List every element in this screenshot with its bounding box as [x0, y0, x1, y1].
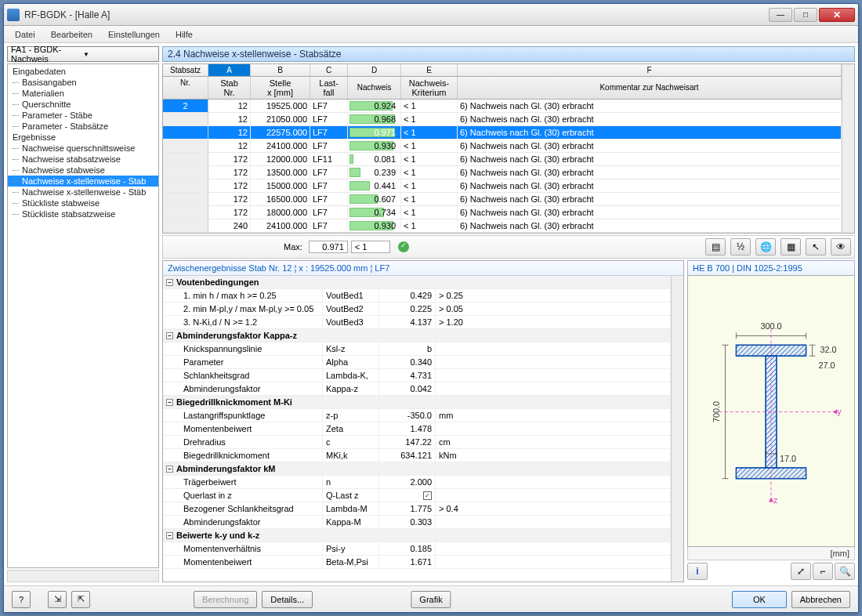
- max-kriterium: < 1: [351, 241, 390, 253]
- abbrechen-button[interactable]: Abbrechen: [791, 591, 850, 608]
- ok-button[interactable]: OK: [732, 591, 787, 608]
- toolbar-btn-3[interactable]: 🌐: [755, 238, 776, 255]
- menu-datei[interactable]: Datei: [9, 28, 42, 41]
- details-row: MomentenbeiwertZeta1.478: [163, 422, 671, 436]
- col-header-f[interactable]: F: [458, 64, 842, 76]
- table-body: 21219525.000LF70.924< 16) Nachweis nach …: [163, 100, 842, 233]
- view-axis-button[interactable]: ⌐: [813, 563, 833, 580]
- tree-item[interactable]: Nachweise x-stellenweise - Stab: [8, 176, 158, 187]
- tree-group[interactable]: Eingabedaten: [8, 66, 158, 77]
- col-header-c[interactable]: C: [310, 64, 348, 76]
- menu-bearbeiten[interactable]: Bearbeiten: [45, 28, 99, 41]
- svg-text:300.0: 300.0: [760, 321, 781, 331]
- sidebar-scrollbar[interactable]: [7, 570, 159, 582]
- minimize-button[interactable]: —: [769, 8, 792, 22]
- toolbar-btn-1[interactable]: ▤: [705, 238, 726, 255]
- menu-hilfe[interactable]: Hilfe: [169, 28, 199, 41]
- details-row: Lastangriffspunktlagez-p-350.0mm: [163, 409, 671, 422]
- table-row[interactable]: 17212000.000LF110.081< 16) Nachweis nach…: [163, 153, 842, 166]
- maximize-button[interactable]: □: [794, 8, 817, 22]
- col-header-stab[interactable]: Stabsatz: [163, 64, 208, 76]
- details-row: Drehradiusc147.22cm: [163, 436, 671, 449]
- svg-text:32.0: 32.0: [820, 345, 836, 354]
- table-scrollbar[interactable]: [842, 64, 854, 233]
- table-row[interactable]: 17216500.000LF70.607< 16) Nachweis nach …: [163, 193, 842, 206]
- view-xy-button[interactable]: ⤢: [791, 563, 811, 580]
- tree-item[interactable]: Stückliste stabweise: [8, 197, 158, 208]
- details-group[interactable]: −Abminderungsfaktor Kappa-z: [163, 329, 671, 342]
- details-button[interactable]: Details...: [262, 591, 313, 608]
- col-header-a[interactable]: A: [208, 64, 251, 76]
- table-row[interactable]: 24024100.000LF70.930< 16) Nachweis nach …: [163, 219, 842, 233]
- help-button[interactable]: ?: [12, 591, 31, 608]
- col-header-b[interactable]: B: [251, 64, 310, 76]
- table-row[interactable]: 1222575.000LF70.971< 16) Nachweis nach G…: [163, 126, 842, 140]
- main-window: RF-BGDK - [Halle A] — □ ✕ Datei Bearbeit…: [3, 3, 859, 613]
- zoom-button[interactable]: 🔍: [835, 563, 855, 580]
- details-row: MomentenverhältnisPsi-y0.185: [163, 542, 671, 556]
- details-row: MomentenbeiwertBeta-M,Psi1.671: [163, 556, 671, 569]
- loadcase-dropdown[interactable]: FA1 - BGDK-Nachweis ▼: [7, 46, 159, 62]
- details-header: Zwischenergebnisse Stab Nr. 12 ¦ x : 195…: [163, 261, 683, 276]
- table-row[interactable]: 21219525.000LF70.924< 16) Nachweis nach …: [163, 100, 842, 113]
- window-title: RF-BGDK - [Halle A]: [24, 9, 769, 20]
- details-group[interactable]: −Voutenbedingungen: [163, 276, 671, 289]
- table-row[interactable]: 17213500.000LF70.239< 16) Nachweis nach …: [163, 166, 842, 179]
- tree-item[interactable]: Nachweise querschnittsweise: [8, 143, 158, 154]
- tree-item[interactable]: Materialien: [8, 88, 158, 99]
- profile-title: HE B 700 | DIN 1025-2:1995: [687, 260, 855, 275]
- tree-item[interactable]: Querschnitte: [8, 99, 158, 110]
- details-row: KnickspannungslinieKsl-zb: [163, 342, 671, 356]
- app-icon: [7, 9, 20, 21]
- grafik-button[interactable]: Grafik: [411, 591, 451, 608]
- tree-item[interactable]: Nachweise stabsatzweise: [8, 154, 158, 165]
- results-table: Stabsatz A B C D E F Nr. StabNr. Stellex…: [162, 63, 855, 234]
- details-group[interactable]: −Abminderungsfaktor kM: [163, 462, 671, 476]
- col-header-d[interactable]: D: [348, 64, 401, 76]
- sidebar: FA1 - BGDK-Nachweis ▼ EingabedatenBasisa…: [7, 46, 159, 582]
- section-title: 2.4 Nachweise x-stellenweise - Stabsätze: [162, 46, 855, 62]
- details-group[interactable]: −Biegedrillknickmoment M-Ki: [163, 396, 671, 409]
- details-panel: Zwischenergebnisse Stab Nr. 12 ¦ x : 195…: [162, 260, 684, 582]
- details-row: ParameterAlpha0.340: [163, 356, 671, 369]
- svg-text:y: y: [837, 407, 842, 416]
- table-row[interactable]: 1224100.000LF70.930< 16) Nachweis nach G…: [163, 140, 842, 153]
- table-row[interactable]: 1221050.000LF70.968< 16) Nachweis nach G…: [163, 113, 842, 126]
- nav-tree[interactable]: EingabedatenBasisangabenMaterialienQuers…: [7, 63, 159, 568]
- toolbar-btn-5[interactable]: ↖: [806, 238, 826, 255]
- info-button[interactable]: i: [687, 563, 708, 580]
- col-header-e[interactable]: E: [401, 64, 458, 76]
- details-row: Trägerbeiwertn2.000: [163, 476, 671, 489]
- details-row: Bezogener SchlankheitsgradLambda-M1.775>…: [163, 502, 671, 516]
- toolbar-btn-2[interactable]: ½: [730, 238, 751, 255]
- berechnung-button[interactable]: Berechnung: [194, 591, 257, 608]
- tree-item[interactable]: Stückliste stabsatzweise: [8, 208, 158, 219]
- tree-item[interactable]: Nachweise x-stellenweise - Stäb: [8, 187, 158, 197]
- profile-unit: [mm]: [687, 547, 855, 560]
- table-row[interactable]: 17215000.000LF70.441< 16) Nachweis nach …: [163, 179, 842, 193]
- tree-group[interactable]: Ergebnisse: [8, 132, 158, 143]
- footer: ? ⇲ ⇱ Berechnung Details... Grafik OK Ab…: [4, 585, 858, 612]
- tree-item[interactable]: Nachweise stabweise: [8, 165, 158, 176]
- details-row: 2. min M-pl,y / max M-pl,y >= 0.05VoutBe…: [163, 303, 671, 316]
- tree-item[interactable]: Parameter - Stäbe: [8, 110, 158, 121]
- toolbar-btn-4[interactable]: ▦: [781, 238, 801, 255]
- svg-text:z: z: [773, 495, 778, 505]
- tree-item[interactable]: Parameter - Stabsätze: [8, 121, 158, 132]
- svg-text:17.0: 17.0: [780, 454, 796, 463]
- menu-einstellungen[interactable]: Einstellungen: [102, 28, 166, 41]
- tree-item[interactable]: Basisangaben: [8, 77, 158, 88]
- close-button[interactable]: ✕: [819, 8, 855, 22]
- svg-marker-13: [832, 410, 837, 415]
- import-button[interactable]: ⇲: [48, 591, 67, 608]
- col-nr: Nr.: [163, 77, 208, 99]
- max-value: 0.971: [309, 241, 348, 253]
- toolbar-btn-6[interactable]: 👁: [831, 238, 851, 255]
- table-row[interactable]: 17218000.000LF70.734< 16) Nachweis nach …: [163, 206, 842, 219]
- export-button[interactable]: ⇱: [71, 591, 90, 608]
- details-scrollbar[interactable]: [671, 276, 683, 582]
- max-row: Max: 0.971 < 1 ▤ ½ 🌐 ▦ ↖ 👁: [162, 235, 855, 259]
- max-label: Max:: [284, 242, 302, 252]
- menubar: Datei Bearbeiten Einstellungen Hilfe: [4, 26, 858, 43]
- details-group[interactable]: −Beiwerte k-y und k-z: [163, 529, 671, 542]
